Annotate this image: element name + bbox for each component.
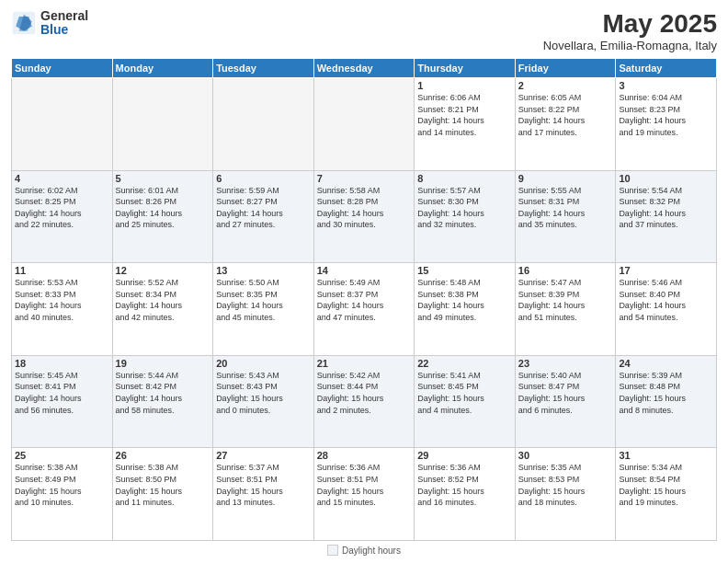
- col-wednesday: Wednesday: [313, 59, 415, 78]
- day-number: 15: [417, 265, 512, 276]
- day-number: 14: [317, 265, 412, 276]
- day-number: 26: [116, 450, 210, 461]
- day-info: Sunrise: 5:42 AM Sunset: 8:44 PM Dayligh…: [317, 370, 412, 416]
- table-row: 28Sunrise: 5:36 AM Sunset: 8:51 PM Dayli…: [313, 448, 415, 541]
- day-info: Sunrise: 6:02 AM Sunset: 8:25 PM Dayligh…: [15, 185, 109, 231]
- table-row: 27Sunrise: 5:37 AM Sunset: 8:51 PM Dayli…: [213, 448, 314, 541]
- table-row: 4Sunrise: 6:02 AM Sunset: 8:25 PM Daylig…: [12, 170, 113, 263]
- calendar-week-1: 1Sunrise: 6:06 AM Sunset: 8:21 PM Daylig…: [12, 78, 717, 171]
- day-info: Sunrise: 5:43 AM Sunset: 8:43 PM Dayligh…: [216, 370, 311, 416]
- day-info: Sunrise: 5:45 AM Sunset: 8:41 PM Dayligh…: [15, 370, 109, 416]
- day-number: 27: [216, 450, 311, 461]
- day-number: 28: [317, 450, 412, 461]
- table-row: [213, 78, 314, 171]
- col-saturday: Saturday: [616, 59, 717, 78]
- day-number: 12: [116, 265, 210, 276]
- day-info: Sunrise: 5:49 AM Sunset: 8:37 PM Dayligh…: [317, 277, 412, 323]
- logo-text: General Blue: [40, 9, 88, 38]
- table-row: 2Sunrise: 6:05 AM Sunset: 8:22 PM Daylig…: [515, 78, 616, 171]
- table-row: 16Sunrise: 5:47 AM Sunset: 8:39 PM Dayli…: [515, 263, 616, 356]
- legend-label: Daylight hours: [342, 546, 401, 556]
- table-row: [313, 78, 415, 171]
- day-info: Sunrise: 5:35 AM Sunset: 8:53 PM Dayligh…: [518, 462, 613, 508]
- table-row: 3Sunrise: 6:04 AM Sunset: 8:23 PM Daylig…: [616, 78, 717, 171]
- day-number: 2: [518, 80, 613, 91]
- table-row: 11Sunrise: 5:53 AM Sunset: 8:33 PM Dayli…: [12, 263, 113, 356]
- day-number: 23: [518, 358, 613, 369]
- logo-blue: Blue: [40, 23, 88, 37]
- day-info: Sunrise: 5:46 AM Sunset: 8:40 PM Dayligh…: [619, 277, 713, 323]
- logo-icon: [11, 10, 37, 36]
- calendar-table: Sunday Monday Tuesday Wednesday Thursday…: [11, 58, 717, 541]
- table-row: 7Sunrise: 5:58 AM Sunset: 8:28 PM Daylig…: [313, 170, 415, 263]
- col-monday: Monday: [112, 59, 213, 78]
- logo-general: General: [40, 9, 88, 23]
- table-row: 15Sunrise: 5:48 AM Sunset: 8:38 PM Dayli…: [415, 263, 516, 356]
- month-title: May 2025: [543, 9, 717, 39]
- day-info: Sunrise: 6:04 AM Sunset: 8:23 PM Dayligh…: [619, 92, 713, 138]
- table-row: 1Sunrise: 6:06 AM Sunset: 8:21 PM Daylig…: [415, 78, 516, 171]
- legend-item: Daylight hours: [327, 545, 401, 556]
- day-info: Sunrise: 5:38 AM Sunset: 8:50 PM Dayligh…: [116, 462, 210, 508]
- day-info: Sunrise: 5:48 AM Sunset: 8:38 PM Dayligh…: [417, 277, 512, 323]
- day-number: 20: [216, 358, 311, 369]
- table-row: 20Sunrise: 5:43 AM Sunset: 8:43 PM Dayli…: [213, 355, 314, 448]
- title-block: May 2025 Novellara, Emilia-Romagna, Ital…: [543, 9, 717, 52]
- table-row: 13Sunrise: 5:50 AM Sunset: 8:35 PM Dayli…: [213, 263, 314, 356]
- table-row: 14Sunrise: 5:49 AM Sunset: 8:37 PM Dayli…: [313, 263, 415, 356]
- table-row: 19Sunrise: 5:44 AM Sunset: 8:42 PM Dayli…: [112, 355, 213, 448]
- legend-box: [327, 545, 338, 556]
- day-number: 31: [619, 450, 713, 461]
- day-number: 18: [15, 358, 109, 369]
- table-row: 30Sunrise: 5:35 AM Sunset: 8:53 PM Dayli…: [515, 448, 616, 541]
- day-number: 22: [417, 358, 512, 369]
- table-row: [112, 78, 213, 171]
- day-info: Sunrise: 5:58 AM Sunset: 8:28 PM Dayligh…: [317, 185, 412, 231]
- day-info: Sunrise: 6:05 AM Sunset: 8:22 PM Dayligh…: [518, 92, 613, 138]
- header: General Blue May 2025 Novellara, Emilia-…: [11, 9, 717, 52]
- table-row: 6Sunrise: 5:59 AM Sunset: 8:27 PM Daylig…: [213, 170, 314, 263]
- day-number: 4: [15, 173, 109, 184]
- day-number: 29: [417, 450, 512, 461]
- table-row: 25Sunrise: 5:38 AM Sunset: 8:49 PM Dayli…: [12, 448, 113, 541]
- table-row: 10Sunrise: 5:54 AM Sunset: 8:32 PM Dayli…: [616, 170, 717, 263]
- day-info: Sunrise: 5:54 AM Sunset: 8:32 PM Dayligh…: [619, 185, 713, 231]
- day-number: 17: [619, 265, 713, 276]
- table-row: 17Sunrise: 5:46 AM Sunset: 8:40 PM Dayli…: [616, 263, 717, 356]
- table-row: 9Sunrise: 5:55 AM Sunset: 8:31 PM Daylig…: [515, 170, 616, 263]
- day-number: 13: [216, 265, 311, 276]
- table-row: 26Sunrise: 5:38 AM Sunset: 8:50 PM Dayli…: [112, 448, 213, 541]
- col-thursday: Thursday: [415, 59, 516, 78]
- day-number: 6: [216, 173, 311, 184]
- day-info: Sunrise: 5:59 AM Sunset: 8:27 PM Dayligh…: [216, 185, 311, 231]
- day-number: 25: [15, 450, 109, 461]
- table-row: 31Sunrise: 5:34 AM Sunset: 8:54 PM Dayli…: [616, 448, 717, 541]
- day-info: Sunrise: 5:39 AM Sunset: 8:48 PM Dayligh…: [619, 370, 713, 416]
- day-info: Sunrise: 5:50 AM Sunset: 8:35 PM Dayligh…: [216, 277, 311, 323]
- day-number: 24: [619, 358, 713, 369]
- day-number: 30: [518, 450, 613, 461]
- day-number: 11: [15, 265, 109, 276]
- day-number: 19: [116, 358, 210, 369]
- day-number: 16: [518, 265, 613, 276]
- day-info: Sunrise: 5:38 AM Sunset: 8:49 PM Dayligh…: [15, 462, 109, 508]
- footer: Daylight hours: [11, 545, 717, 556]
- day-number: 21: [317, 358, 412, 369]
- col-sunday: Sunday: [12, 59, 113, 78]
- day-info: Sunrise: 5:41 AM Sunset: 8:45 PM Dayligh…: [417, 370, 512, 416]
- table-row: 8Sunrise: 5:57 AM Sunset: 8:30 PM Daylig…: [415, 170, 516, 263]
- day-info: Sunrise: 5:57 AM Sunset: 8:30 PM Dayligh…: [417, 185, 512, 231]
- page: General Blue May 2025 Novellara, Emilia-…: [0, 0, 728, 563]
- calendar-week-2: 4Sunrise: 6:02 AM Sunset: 8:25 PM Daylig…: [12, 170, 717, 263]
- calendar-week-5: 25Sunrise: 5:38 AM Sunset: 8:49 PM Dayli…: [12, 448, 717, 541]
- day-info: Sunrise: 5:36 AM Sunset: 8:51 PM Dayligh…: [317, 462, 412, 508]
- table-row: 21Sunrise: 5:42 AM Sunset: 8:44 PM Dayli…: [313, 355, 415, 448]
- table-row: 29Sunrise: 5:36 AM Sunset: 8:52 PM Dayli…: [415, 448, 516, 541]
- header-row: Sunday Monday Tuesday Wednesday Thursday…: [12, 59, 717, 78]
- day-info: Sunrise: 5:34 AM Sunset: 8:54 PM Dayligh…: [619, 462, 713, 508]
- day-number: 9: [518, 173, 613, 184]
- logo: General Blue: [11, 9, 88, 38]
- day-number: 10: [619, 173, 713, 184]
- day-info: Sunrise: 5:40 AM Sunset: 8:47 PM Dayligh…: [518, 370, 613, 416]
- day-info: Sunrise: 5:47 AM Sunset: 8:39 PM Dayligh…: [518, 277, 613, 323]
